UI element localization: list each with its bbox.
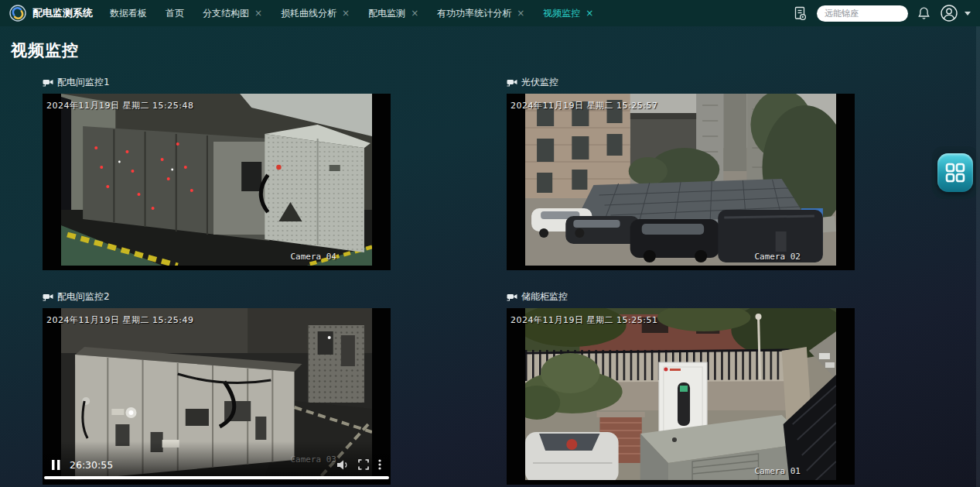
video-timestamp: 2024年11月19日 星期二 15:25:48 — [46, 100, 193, 111]
playback-time: 26:30:55 — [70, 459, 113, 471]
video-timestamp: 2024年11月19日 星期二 15:25:49 — [46, 314, 193, 326]
camera-watermark: Camera 04 — [290, 252, 336, 262]
video-player-1[interactable]: 2024年11月19日 星期二 15:25:48 Camera 04 — [43, 94, 391, 270]
video-card-label: 光伏监控 — [507, 76, 855, 89]
nav-tab-branch-structure[interactable]: 分支结构图 × — [203, 7, 262, 20]
nav-label: 有功功率统计分析 — [437, 7, 511, 20]
pause-icon[interactable] — [52, 460, 60, 470]
video-card-label: 配电间监控1 — [43, 76, 391, 89]
video-card-2: 光伏监控 — [507, 76, 855, 270]
camera-watermark: Camera 02 — [754, 252, 801, 262]
report-icon[interactable] — [793, 6, 808, 21]
camera-watermark: Camera 01 — [754, 466, 801, 476]
nav-item-home[interactable]: 首页 — [166, 7, 184, 20]
close-tab-icon[interactable]: × — [586, 9, 593, 18]
camera-icon — [43, 293, 53, 301]
close-tab-icon[interactable]: × — [342, 9, 350, 18]
video-frame — [525, 308, 836, 480]
video-title: 配电间监控2 — [57, 290, 110, 304]
video-timestamp: 2024年11月19日 星期二 15:25:57 — [510, 100, 657, 111]
video-card-3: 配电间监控2 — [43, 290, 391, 485]
video-grid: 配电间监控1 — [43, 76, 980, 485]
station-search-input[interactable] — [817, 5, 908, 22]
video-controls: 26:30:55 — [43, 455, 391, 474]
close-tab-icon[interactable]: × — [517, 9, 524, 18]
video-progress-bar[interactable] — [44, 476, 389, 479]
page-scrollbar[interactable] — [976, 26, 980, 487]
scene-storage-cabinet-yard — [525, 308, 836, 480]
app-logo-icon — [9, 5, 26, 22]
nav-tab-loss-curve[interactable]: 损耗曲线分析 × — [281, 7, 350, 20]
top-header: 配电监测系统 数据看板 首页 分支结构图 × 损耗曲线分析 × 配电监测 × 有… — [0, 0, 980, 26]
avatar-icon[interactable] — [940, 4, 958, 22]
nav-label: 损耗曲线分析 — [281, 7, 336, 20]
video-frame — [61, 94, 372, 266]
fullscreen-icon[interactable] — [358, 459, 369, 470]
nav-label: 数据看板 — [110, 7, 147, 20]
close-tab-icon[interactable]: × — [411, 9, 418, 18]
chevron-down-icon[interactable] — [965, 12, 971, 15]
close-tab-icon[interactable]: × — [254, 9, 262, 18]
video-player-3[interactable]: 2024年11月19日 星期二 15:25:49 Camera 03 26:30… — [43, 308, 391, 485]
page-title: 视频监控 — [11, 39, 980, 61]
kebab-menu-icon[interactable] — [378, 459, 381, 470]
video-timestamp: 2024年11月19日 星期二 15:25:51 — [510, 314, 657, 326]
nav-label: 视频监控 — [543, 7, 580, 20]
nav-item-dashboard[interactable]: 数据看板 — [110, 7, 147, 20]
scene-solar-carport — [525, 94, 836, 266]
app-title: 配电监测系统 — [32, 6, 93, 20]
video-player-2[interactable]: 2024年11月19日 星期二 15:25:57 Camera 02 — [507, 94, 855, 270]
nav-label: 配电监测 — [368, 7, 405, 20]
video-card-label: 储能柜监控 — [507, 290, 855, 304]
main-nav: 数据看板 首页 分支结构图 × 损耗曲线分析 × 配电监测 × 有功功率统计分析… — [110, 7, 593, 20]
video-frame — [525, 94, 836, 266]
quick-menu-button[interactable] — [937, 153, 973, 192]
header-right-cluster — [793, 4, 971, 22]
nav-tab-video-monitor[interactable]: 视频监控 × — [543, 7, 593, 20]
nav-label: 首页 — [166, 7, 184, 20]
apps-grid-icon — [945, 163, 965, 183]
video-card-4: 储能柜监控 — [507, 290, 855, 485]
nav-label: 分支结构图 — [203, 7, 249, 20]
quick-menu-wrapper — [932, 146, 978, 199]
video-player-4[interactable]: 2024年11月19日 星期二 15:25:51 Camera 01 — [507, 308, 855, 485]
camera-icon — [43, 78, 53, 87]
bell-icon[interactable] — [917, 6, 930, 20]
video-title: 配电间监控1 — [57, 76, 110, 89]
video-card-label: 配电间监控2 — [43, 290, 391, 304]
video-title: 光伏监控 — [521, 76, 558, 89]
scene-distribution-room-1 — [61, 94, 372, 266]
volume-icon[interactable] — [337, 460, 349, 470]
nav-tab-distribution-monitor[interactable]: 配电监测 × — [368, 7, 418, 20]
nav-tab-active-power-stats[interactable]: 有功功率统计分析 × — [437, 7, 524, 20]
camera-icon — [507, 78, 517, 87]
video-title: 储能柜监控 — [521, 290, 568, 304]
camera-icon — [507, 293, 517, 301]
video-card-1: 配电间监控1 — [43, 76, 391, 270]
